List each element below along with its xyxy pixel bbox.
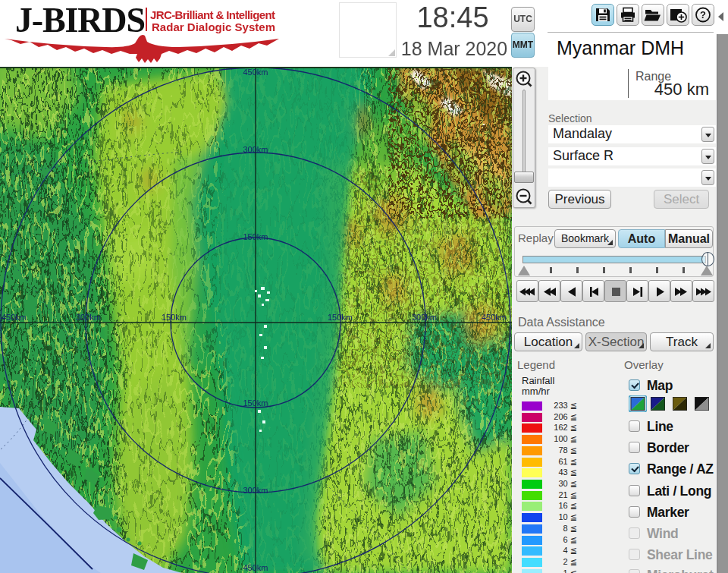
svg-text:300km: 300km <box>412 313 437 322</box>
svg-text:J-BIRDS: J-BIRDS <box>15 1 146 39</box>
svg-text:300km: 300km <box>243 486 268 495</box>
svg-text:450km: 450km <box>2 313 27 322</box>
svg-text:150km: 150km <box>328 313 353 322</box>
svg-text:450km: 450km <box>243 563 268 572</box>
svg-text:?: ? <box>700 9 706 20</box>
svg-text:150km: 150km <box>243 398 268 408</box>
svg-text:300km: 300km <box>76 313 101 322</box>
svg-text:300km: 300km <box>243 145 268 154</box>
svg-text:450km: 450km <box>482 313 507 322</box>
svg-text:150km: 150km <box>243 232 268 241</box>
svg-text:JRC-Brilliant & Intelligent: JRC-Brilliant & Intelligent <box>150 8 275 21</box>
svg-text:Radar Dialogic System: Radar Dialogic System <box>152 20 275 33</box>
svg-text:150km: 150km <box>162 313 187 322</box>
